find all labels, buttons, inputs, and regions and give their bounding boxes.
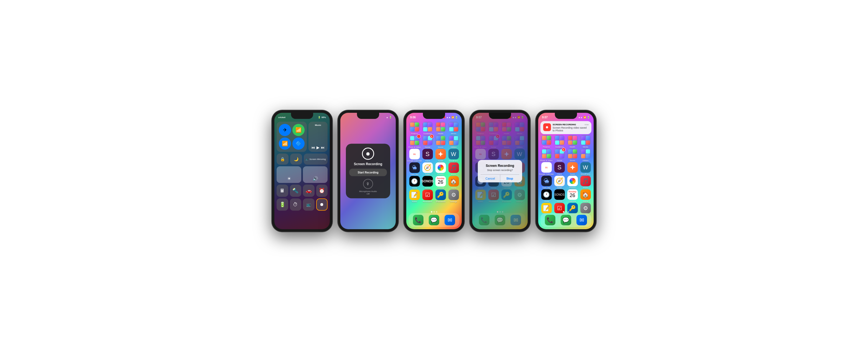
app-folder-stores[interactable]: Stores	[434, 135, 447, 148]
cc-car-btn[interactable]: 🚗	[303, 185, 315, 197]
social-label: Social	[425, 146, 430, 148]
app-folder-guidance[interactable]: Guidance	[421, 122, 434, 135]
cc-timer-btn[interactable]: ⏱	[290, 198, 302, 211]
app-safari[interactable]: 🧭 Safari	[421, 162, 434, 176]
f-util-5[interactable]: Utilities	[579, 149, 592, 162]
notif-app-name: SCREEN RECORDING	[553, 123, 576, 126]
f-finance-5[interactable]: Finance	[540, 135, 553, 148]
cc-music-controls: ⏮ ▶ ⏭	[311, 145, 326, 150]
status-time-5: 9:07	[542, 116, 548, 119]
cc-do-not-disturb[interactable]: 🌙	[290, 154, 302, 165]
a-ca-5[interactable]: Tuesday26Calendar	[566, 189, 579, 202]
f-media-5[interactable]: Media	[579, 135, 592, 148]
cc-bt-toggle[interactable]: 🔷	[292, 137, 305, 150]
reminders-icon: ☑	[422, 190, 433, 200]
sr-start-btn[interactable]: Start Recording	[349, 169, 387, 176]
f-photo-5[interactable]: Photo & Video	[540, 149, 553, 162]
dock-mail[interactable]: ✉	[443, 215, 456, 225]
1password-label: 1Password	[436, 201, 445, 203]
a-ho-5[interactable]: 🏠Home	[579, 189, 592, 202]
app-google-calendar[interactable]: 31 Google Calendar	[408, 149, 421, 162]
app-photos[interactable]: Photos	[434, 162, 447, 176]
cc-appletv-btn[interactable]: 📺	[303, 198, 315, 211]
app-folder-health[interactable]: Health	[434, 122, 447, 135]
a-mu-5[interactable]: 🎵Music	[579, 176, 592, 189]
cc-next-btn[interactable]: ⏭	[321, 145, 325, 150]
dialog-cancel-btn[interactable]: Cancel	[480, 175, 500, 182]
safi5: 🧭	[554, 176, 565, 186]
guidance-label: Guidance	[424, 133, 432, 135]
utilities-folder-icon	[448, 135, 459, 146]
app-notes[interactable]: 📝 Notes	[408, 190, 421, 203]
a-cl-5[interactable]: 🕐Clock	[540, 189, 553, 202]
cc-screen-mirroring[interactable]: 📺 Screen Mirroring	[304, 154, 328, 165]
cc-volume-slider[interactable]: 🔊	[303, 166, 328, 183]
app-spark[interactable]: Spark	[434, 149, 447, 162]
app-row-4: 🌦 Dark Sky 🧭 Safari Photos	[408, 162, 460, 176]
app-clock[interactable]: 🕐 Clock	[408, 176, 421, 189]
messages-icon-5: 💬	[561, 215, 571, 225]
status-icons-3: ▲▲ 📶 🔋	[443, 116, 458, 119]
dialog-stop-btn[interactable]: Stop	[500, 175, 520, 182]
f-health-5[interactable]: Health	[566, 135, 579, 148]
iphone-5: 9:07 ▲▲ 📶 🔋 ⏺ SCREEN RECORDING now	[535, 110, 596, 232]
time-3: 9:06	[410, 116, 416, 119]
a-ph-5[interactable]: Photos	[566, 176, 579, 189]
a-so-5[interactable]: SONOSSonos	[553, 189, 566, 202]
app-folder-social[interactable]: 2 Social	[421, 135, 434, 148]
mail-icon: ✉	[444, 215, 455, 225]
app-1password[interactable]: 🔑 1Password	[434, 190, 447, 203]
cc-cellular-toggle[interactable]: 📶	[292, 124, 305, 136]
cc-play-btn[interactable]: ▶	[316, 145, 319, 150]
cc-wifi-toggle[interactable]: 📶	[279, 137, 291, 150]
cc-airplane-toggle[interactable]: ✈	[279, 124, 291, 136]
cc-prev-btn[interactable]: ⏮	[311, 145, 315, 150]
wordpress-icon: W	[448, 149, 459, 159]
a-saf-5[interactable]: 🧭Safari	[553, 176, 566, 189]
gi5	[554, 135, 565, 146]
stores-folder-icon	[435, 135, 446, 146]
notif-app-icon: ⏺	[543, 123, 551, 131]
f-stores-5[interactable]: Stores	[566, 149, 579, 162]
app-folder-photo[interactable]: Photo & Video	[408, 135, 421, 148]
dialog-title: Screen Recording	[480, 164, 519, 168]
sr-mic-icon[interactable]: 🎙	[363, 179, 373, 189]
hol5: Home	[583, 200, 588, 202]
a-spark-5[interactable]: Spark	[566, 162, 579, 175]
app-sonos[interactable]: SONOS Sonos	[421, 176, 434, 189]
cc-screenrecord-btn[interactable]: ⏺	[316, 198, 328, 211]
a-ds-5[interactable]: 🌦Dark Sky	[540, 176, 553, 189]
cc-brightness-slider[interactable]: ☀	[277, 166, 301, 183]
media-folder-icon	[448, 122, 459, 132]
app-folder-finance[interactable]: Finance	[408, 122, 421, 135]
dock-messages-5[interactable]: 💬	[560, 215, 572, 225]
f-social-5[interactable]: 2Social	[553, 149, 566, 162]
app-reminders[interactable]: ☑ Reminders	[421, 190, 434, 203]
a-wp-5[interactable]: WWordPress	[579, 162, 592, 175]
cc-rotate-lock[interactable]: 🔒	[277, 154, 288, 165]
dock-phone[interactable]: 📞	[412, 215, 425, 225]
app-home[interactable]: 🏠 Home	[447, 176, 460, 189]
dock-phone-5[interactable]: 📞	[544, 215, 557, 225]
dock-mail-5[interactable]: ✉	[575, 215, 588, 225]
cc-battery-btn[interactable]: 🔋	[277, 198, 288, 211]
cc-calculator-btn[interactable]: 🖩	[277, 185, 288, 197]
app-music[interactable]: 🎵 Music	[447, 162, 460, 176]
app-settings[interactable]: ⚙ Settings	[447, 190, 460, 203]
a-slack-5[interactable]: SSlack	[553, 162, 566, 175]
hi5	[567, 135, 578, 146]
f-guidance-5[interactable]: Guidance	[553, 135, 566, 148]
app-calendar[interactable]: Tuesday 26 Calendar	[434, 176, 447, 189]
app-folder-utilities[interactable]: Utilities	[447, 135, 460, 148]
a-gcal-5[interactable]: 31Google Calendar	[540, 162, 553, 175]
reminders-label: Reminders	[423, 201, 432, 203]
cc-flashlight-btn[interactable]: 🔦	[290, 185, 302, 197]
dock-messages[interactable]: 💬	[428, 215, 440, 225]
app-slack[interactable]: S Slack	[421, 149, 434, 162]
app-folder-media[interactable]: Media	[447, 122, 460, 135]
cc-alarm-btn[interactable]: ⏰	[316, 185, 328, 197]
screen-recording-notification[interactable]: ⏺ SCREEN RECORDING now Screen Recording …	[540, 121, 591, 134]
cc-row2: 🔒 🌙 📺 Screen Mirroring	[277, 154, 328, 165]
app-wordpress[interactable]: W WordPress	[447, 149, 460, 162]
app-darksky[interactable]: 🌦 Dark Sky	[408, 162, 421, 176]
